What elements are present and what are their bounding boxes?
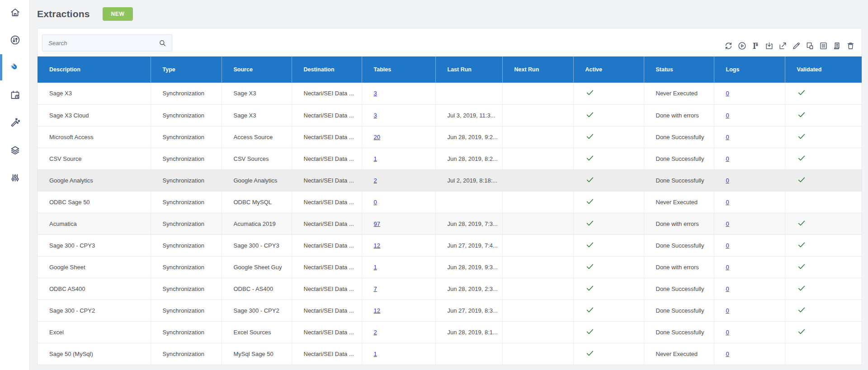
tables-count-link[interactable]: 1 [374, 351, 377, 357]
tables-count-link[interactable]: 3 [374, 90, 377, 97]
logs-count-link[interactable]: 0 [726, 329, 729, 336]
cell-status: Done with errors [644, 256, 714, 278]
logs-count-link[interactable]: 0 [726, 242, 729, 249]
tables-count-link[interactable]: 2 [374, 177, 377, 184]
document-log-icon [832, 41, 842, 51]
tables-count-link[interactable]: 97 [374, 220, 380, 227]
grid-button[interactable] [819, 41, 828, 51]
logs-count-link[interactable]: 0 [726, 220, 729, 227]
sidebar-item-design-tools[interactable] [0, 112, 30, 132]
col-header-status[interactable]: Status [644, 56, 714, 83]
search-input[interactable] [42, 40, 158, 47]
cell-source: Sage 300 - CPY2 [222, 300, 292, 321]
page-title: Extractions [37, 9, 90, 19]
col-header-logs[interactable]: Logs [714, 56, 785, 83]
cell-description: Google Sheet [38, 256, 151, 278]
table-row[interactable]: Google Analytics Synchronization Google … [38, 169, 862, 191]
sidebar-item-data-transfer[interactable] [0, 30, 30, 50]
cell-next-run [502, 343, 573, 365]
table-row[interactable]: Sage 50 (MySql) Synchronization MySql Sa… [38, 343, 862, 365]
col-header-description[interactable]: Description [38, 56, 151, 83]
cell-last-run: Jun 28, 2019, 7:3... [435, 213, 502, 234]
logs-button[interactable] [832, 41, 842, 51]
cell-status: Done Successfully [644, 278, 714, 300]
col-header-tables[interactable]: Tables [362, 56, 435, 83]
cell-destination: Nectari/SEI Data ... [292, 321, 362, 343]
import-button[interactable] [764, 41, 774, 51]
table-row[interactable]: ODBC AS400 Synchronization ODBC - AS400 … [38, 278, 862, 300]
col-header-active[interactable]: Active [573, 56, 644, 83]
pencil-icon [792, 41, 801, 51]
run-button[interactable] [737, 41, 747, 51]
new-button[interactable]: NEW [103, 7, 133, 21]
table-row[interactable]: ODBC Sage 50 Synchronization ODBC MySQL … [38, 191, 862, 213]
tables-count-link[interactable]: 3 [374, 112, 377, 119]
sidebar-item-schedule[interactable] [0, 85, 30, 105]
cell-status: Done Successfully [644, 321, 714, 343]
sidebar-item-home[interactable] [0, 2, 30, 22]
sidebar-item-extractions[interactable] [0, 57, 30, 77]
edit-button[interactable] [792, 41, 801, 51]
logs-count-link[interactable]: 0 [726, 307, 729, 314]
tables-count-link[interactable]: 12 [374, 242, 380, 249]
logs-count-link[interactable]: 0 [726, 351, 729, 357]
logs-count-link[interactable]: 0 [726, 134, 729, 141]
calendar-clock-icon [9, 89, 21, 101]
cell-source: Acumatica 2019 [222, 213, 292, 234]
cell-status: Done Successfully [644, 148, 714, 169]
table-row[interactable]: Microsoft Access Synchronization Access … [38, 126, 862, 148]
col-header-validated[interactable]: Validated [785, 56, 862, 83]
cell-status: Never Executed [644, 191, 714, 213]
tables-count-link[interactable]: 20 [374, 134, 380, 141]
table-row[interactable]: Sage 300 - CPY3 Synchronization Sage 300… [38, 234, 862, 256]
sidebar-item-layers[interactable] [0, 140, 30, 160]
logs-count-link[interactable]: 0 [726, 155, 729, 162]
validated-check-icon [797, 331, 806, 337]
search-icon[interactable] [158, 39, 167, 47]
table-row[interactable]: Sage X3 Cloud Synchronization Sage X3 Ne… [38, 104, 862, 126]
export-button[interactable] [778, 41, 788, 51]
cell-destination: Nectari/SEI Data ... [292, 104, 362, 126]
table-row[interactable]: Sage 300 - CPY2 Synchronization Sage 300… [38, 300, 862, 321]
duplicate-button[interactable] [805, 41, 815, 51]
refresh-button[interactable] [724, 41, 733, 51]
tables-count-link[interactable]: 2 [374, 329, 377, 336]
tables-count-link[interactable]: 1 [374, 155, 377, 162]
col-header-last-run[interactable]: Last Run [435, 56, 502, 83]
cell-destination: Nectari/SEI Data ... [292, 300, 362, 321]
table-row[interactable]: CSV Source Synchronization CSV Sources N… [38, 148, 862, 169]
table-row[interactable]: Acumatica Synchronization Acumatica 2019… [38, 213, 862, 234]
table-row[interactable]: Excel Synchronization Excel Sources Nect… [38, 321, 862, 343]
validated-check-icon [797, 244, 806, 251]
cell-status: Never Executed [644, 83, 714, 104]
tables-count-link[interactable]: 0 [374, 199, 377, 206]
builder-button[interactable] [751, 41, 760, 51]
table-row[interactable]: Google Sheet Synchronization Google Shee… [38, 256, 862, 278]
col-header-source[interactable]: Source [222, 56, 292, 83]
validated-check-icon [797, 179, 806, 186]
logs-count-link[interactable]: 0 [726, 199, 729, 206]
tables-count-link[interactable]: 1 [374, 264, 377, 271]
active-check-icon [585, 222, 594, 229]
delete-button[interactable] [846, 41, 855, 51]
col-header-type[interactable]: Type [151, 56, 222, 83]
cell-type: Synchronization [151, 234, 222, 256]
col-header-next-run[interactable]: Next Run [502, 56, 573, 83]
cell-description: ODBC AS400 [38, 278, 151, 300]
logs-count-link[interactable]: 0 [726, 177, 729, 184]
cell-destination: Nectari/SEI Data ... [292, 148, 362, 169]
table-row[interactable]: Sage X3 Synchronization Sage X3 Nectari/… [38, 83, 862, 104]
active-check-icon [585, 244, 594, 251]
tables-count-link[interactable]: 12 [374, 307, 380, 314]
tables-count-link[interactable]: 7 [374, 286, 377, 292]
sidebar-item-settings[interactable] [0, 168, 30, 187]
logs-count-link[interactable]: 0 [726, 286, 729, 292]
logs-count-link[interactable]: 0 [726, 90, 729, 97]
logs-count-link[interactable]: 0 [726, 112, 729, 119]
cell-last-run: Jun 28, 2019, 2:3... [435, 278, 502, 300]
cell-source: Sage X3 [222, 83, 292, 104]
validated-check-icon [797, 309, 806, 316]
col-header-destination[interactable]: Destination [292, 56, 362, 83]
logs-count-link[interactable]: 0 [726, 264, 729, 271]
sidebar [0, 0, 30, 370]
